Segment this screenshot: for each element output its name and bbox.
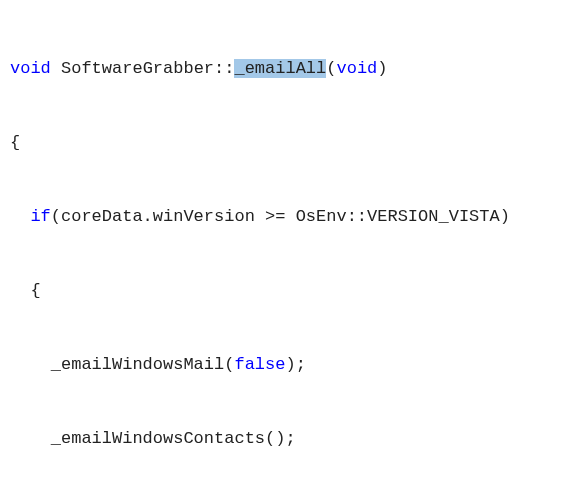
code-line: if(coreData.winVersion >= OsEnv::VERSION… bbox=[10, 205, 574, 230]
scope-op: :: bbox=[214, 59, 234, 78]
fn-call: _emailWindowsMail bbox=[51, 355, 224, 374]
paren-open: ( bbox=[51, 207, 61, 226]
code-line: _emailWindowsContacts(); bbox=[10, 427, 574, 452]
code-block: void SoftwareGrabber::_emailAll(void) { … bbox=[10, 8, 574, 500]
selected-function-name[interactable]: _emailAll bbox=[234, 59, 326, 78]
code-line: { bbox=[10, 279, 574, 304]
keyword-void: void bbox=[336, 59, 377, 78]
paren-close: ) bbox=[500, 207, 510, 226]
fn-call: _emailWindowsContacts(); bbox=[51, 429, 296, 448]
cond-right: OsEnv::VERSION_VISTA bbox=[296, 207, 500, 226]
code-line: void SoftwareGrabber::_emailAll(void) bbox=[10, 57, 574, 82]
paren-close: ) bbox=[377, 59, 387, 78]
keyword-if: if bbox=[30, 207, 50, 226]
space bbox=[51, 59, 61, 78]
call-close: ); bbox=[285, 355, 305, 374]
keyword-false: false bbox=[234, 355, 285, 374]
class-name: SoftwareGrabber bbox=[61, 59, 214, 78]
cond-left: coreData.winVersion bbox=[61, 207, 265, 226]
paren-open: ( bbox=[224, 355, 234, 374]
code-line: { bbox=[10, 131, 574, 156]
keyword-void: void bbox=[10, 59, 51, 78]
cond-op: >= bbox=[265, 207, 296, 226]
code-line: _emailWindowsMail(false); bbox=[10, 353, 574, 378]
brace-open: { bbox=[10, 133, 20, 152]
brace-open: { bbox=[30, 281, 40, 300]
paren-open: ( bbox=[326, 59, 336, 78]
